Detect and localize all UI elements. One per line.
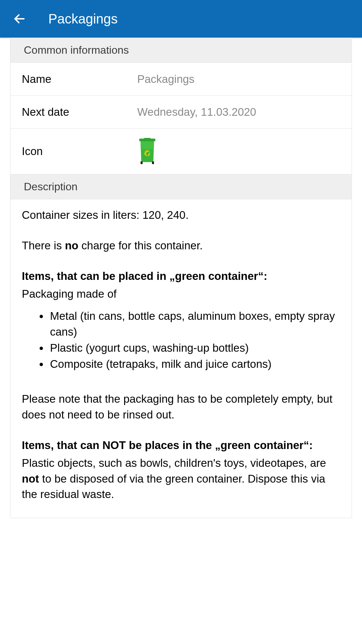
recycling-bin-icon	[137, 138, 157, 165]
svg-rect-3	[141, 161, 143, 164]
desc-can-heading: Items, that can be placed in „green cont…	[22, 268, 340, 284]
list-item: Composite (tetrapaks, milk and juice car…	[49, 356, 340, 372]
row-next-date[interactable]: Next date Wednesday, 11.03.2020	[10, 96, 352, 129]
desc-can-intro: Packaging made of	[22, 286, 340, 302]
back-button[interactable]	[12, 11, 27, 26]
arrow-left-icon	[13, 12, 26, 26]
name-label: Name	[22, 73, 137, 86]
svg-rect-2	[144, 138, 151, 139]
row-icon[interactable]: Icon	[10, 129, 352, 175]
icon-value	[137, 138, 157, 165]
desc-charge: There is no charge for this container.	[22, 238, 340, 254]
next-date-value: Wednesday, 11.03.2020	[137, 106, 256, 118]
list-item: Metal (tin cans, bottle caps, aluminum b…	[49, 308, 340, 339]
icon-label: Icon	[22, 145, 137, 158]
list-item: Plastic (yogurt cups, washing-up bottles…	[49, 340, 340, 356]
next-date-label: Next date	[22, 106, 137, 118]
svg-point-5	[146, 152, 148, 154]
description-body: Container sizes in liters: 120, 240. The…	[10, 199, 352, 518]
row-name[interactable]: Name Packagings	[10, 63, 352, 96]
desc-cannot-heading: Items, that can NOT be places in the „gr…	[22, 438, 340, 453]
section-description-header: Description	[10, 175, 352, 199]
svg-rect-4	[152, 161, 154, 164]
desc-cannot-text: Plastic objects, such as bowls, children…	[22, 455, 340, 503]
name-value: Packagings	[137, 73, 195, 86]
desc-can-list: Metal (tin cans, bottle caps, aluminum b…	[22, 308, 340, 372]
section-common-header: Common informations	[10, 38, 352, 63]
page-title: Packagings	[48, 11, 118, 27]
desc-sizes: Container sizes in liters: 120, 240.	[22, 207, 340, 223]
desc-note: Please note that the packaging has to be…	[22, 391, 340, 423]
info-card: Common informations Name Packagings Next…	[10, 38, 352, 518]
app-header: Packagings	[0, 0, 362, 38]
